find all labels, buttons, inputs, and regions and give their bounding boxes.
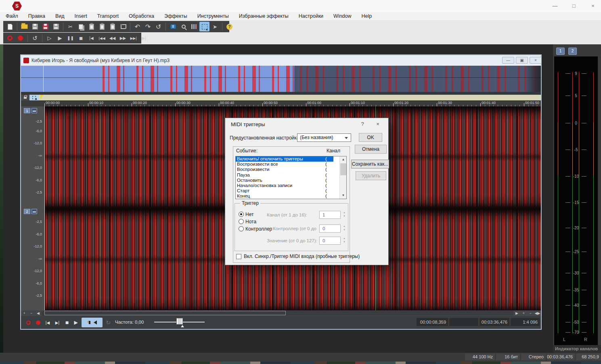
scroll-left-button[interactable]: ◀ xyxy=(35,311,42,316)
cancel-button[interactable]: Отмена xyxy=(355,145,387,154)
controller-spin-arrows[interactable]: ▲▼ xyxy=(342,225,347,233)
midi-input-checkbox[interactable] xyxy=(236,254,241,259)
list-item[interactable]: Пауза( xyxy=(236,173,333,178)
rewind-fast-button[interactable]: |◀◀ xyxy=(97,33,107,43)
paste-mix-button[interactable] xyxy=(107,22,117,31)
cut-button[interactable]: ✂ xyxy=(65,22,75,31)
scrub-slider-thumb[interactable] xyxy=(176,318,183,324)
copy-button[interactable] xyxy=(76,22,86,31)
document-restore-button[interactable]: ▣ xyxy=(516,57,528,64)
go-to-start-mini-button[interactable]: |◀ xyxy=(44,318,52,327)
radio-controller-label[interactable]: Контроллер xyxy=(245,226,272,232)
radio-note[interactable] xyxy=(239,219,244,224)
app-close-button[interactable]: × xyxy=(586,1,600,11)
forward-button[interactable]: ▶▶ xyxy=(118,33,128,43)
level-meter[interactable]: 9 5 0 -5 -10 -15 -20 -25 -30 -35 -40 -50… xyxy=(554,56,598,345)
save-all-button[interactable] xyxy=(51,22,61,31)
selection-tool-button[interactable] xyxy=(199,22,209,31)
dialog-help-button[interactable]: ? xyxy=(357,120,368,129)
meter-tab-1[interactable]: 1 xyxy=(556,48,565,55)
app-minimize-button[interactable]: — xyxy=(548,1,562,11)
paste-special-button[interactable] xyxy=(97,22,107,31)
object-tool-button[interactable]: ➤ xyxy=(210,22,220,31)
channel-spin-arrows[interactable]: ▲▼ xyxy=(342,211,347,219)
menu-tools[interactable]: Инструменты xyxy=(197,13,229,19)
list-item[interactable]: Воспроизвести все( xyxy=(236,162,333,167)
list-item[interactable]: Воспроизвести( xyxy=(236,167,333,172)
scrollbar-track[interactable] xyxy=(42,311,513,316)
list-item[interactable]: Конец( xyxy=(236,193,333,199)
save-button[interactable] xyxy=(30,22,40,31)
record-remote-mini-button[interactable] xyxy=(24,318,32,327)
record-button[interactable] xyxy=(15,33,25,43)
zoom-in-time-button[interactable]: + xyxy=(520,311,527,316)
channel-spinbox[interactable]: 1 xyxy=(319,211,341,219)
list-item[interactable]: Остановить( xyxy=(236,178,333,183)
redo-button[interactable]: ↷ xyxy=(143,22,153,31)
save-as-button-dialog[interactable]: Сохранить как... xyxy=(351,160,389,168)
menu-favorite-effects[interactable]: Избранные эффекты xyxy=(239,13,289,19)
selection-mode-button[interactable] xyxy=(29,95,39,100)
menu-file[interactable]: Файл xyxy=(6,13,18,19)
hand-tool-button[interactable]: ? xyxy=(224,22,235,31)
time-ruler[interactable]: 00:00:00 00:00:10 00:00:20 00:00:30 00:0… xyxy=(21,100,541,106)
lock-button[interactable] xyxy=(21,95,29,100)
pause-button[interactable]: ❚❚ xyxy=(65,33,75,43)
forward-fast-button[interactable]: ▶▶| xyxy=(128,33,138,43)
save-as-button[interactable] xyxy=(40,22,50,31)
play-mini-button[interactable]: ▶ xyxy=(72,318,80,327)
go-to-end-mini-button[interactable]: ▶| xyxy=(53,318,61,327)
record-remote-button[interactable] xyxy=(5,33,15,43)
menu-insert[interactable]: Insert xyxy=(75,13,87,19)
radio-none[interactable] xyxy=(239,212,244,217)
menu-transport[interactable]: Transport xyxy=(97,13,119,19)
record-mini-button[interactable] xyxy=(34,318,42,327)
list-scrollbar[interactable]: ▲ ▼ xyxy=(339,156,346,199)
menu-options[interactable]: Настройки xyxy=(299,13,323,19)
menu-process[interactable]: Обработка xyxy=(129,13,154,19)
repeat-button[interactable]: ↺ xyxy=(153,22,163,31)
loop-start-marker[interactable] xyxy=(40,95,44,98)
dialog-titlebar[interactable]: MIDI триггеры ? × xyxy=(225,118,388,130)
new-file-button[interactable] xyxy=(5,22,15,31)
zoom-in-button[interactable]: + xyxy=(21,311,28,316)
loop-playback-button[interactable]: ↺ xyxy=(30,33,40,43)
go-to-end-button[interactable]: ▶| xyxy=(139,33,149,43)
scroll-up-button[interactable]: ▲ xyxy=(340,156,347,163)
trim-crop-button[interactable] xyxy=(118,22,128,31)
radio-none-label[interactable]: Нет xyxy=(245,212,253,217)
play-button[interactable]: ▶ xyxy=(55,33,65,43)
app-maximize-button[interactable]: □ xyxy=(567,1,581,11)
radio-controller[interactable] xyxy=(239,226,244,231)
open-button[interactable] xyxy=(19,22,29,31)
menu-edit[interactable]: Правка xyxy=(28,13,45,19)
play-all-button[interactable]: ▷ xyxy=(44,33,54,43)
scrollbar-thumb[interactable] xyxy=(44,311,286,315)
menu-window[interactable]: Window xyxy=(333,13,351,19)
paste-button[interactable] xyxy=(86,22,96,31)
stop-button[interactable]: ■ xyxy=(76,33,86,43)
list-item[interactable]: Старт( xyxy=(236,188,333,193)
spectrum-tool-button[interactable] xyxy=(189,22,199,31)
marker-tool-button[interactable]: ‖ xyxy=(168,22,178,31)
scroll-down-button[interactable]: ▼ xyxy=(340,192,347,199)
channel-2-badge[interactable]: 2 xyxy=(24,209,30,214)
menu-effects[interactable]: Эффекты xyxy=(164,13,187,19)
document-close-button[interactable]: × xyxy=(530,57,542,64)
overview-rest-region[interactable] xyxy=(294,66,541,92)
loop-bar[interactable] xyxy=(39,95,541,100)
channel-2-collapse-button[interactable]: ▬ xyxy=(31,209,37,214)
controller-spinbox[interactable]: 0 xyxy=(319,225,341,233)
list-item[interactable]: Начало/остановка записи( xyxy=(236,183,333,188)
zoom-fit-button[interactable]: ◀▶ xyxy=(534,311,541,316)
zoom-out-button[interactable]: − xyxy=(28,311,35,316)
menu-help[interactable]: Help xyxy=(362,13,372,19)
list-scrollbar-thumb[interactable] xyxy=(340,163,346,175)
channel-1-badge[interactable]: 1 xyxy=(24,108,30,113)
channel-1-collapse-button[interactable]: ▬ xyxy=(31,108,37,113)
radio-note-label[interactable]: Нота xyxy=(245,219,256,225)
stop-mini-button[interactable]: ■ xyxy=(63,318,71,327)
meter-tab-2[interactable]: 2 xyxy=(568,48,577,55)
waveform-overview[interactable] xyxy=(21,66,541,95)
dialog-close-button[interactable]: × xyxy=(372,120,383,129)
